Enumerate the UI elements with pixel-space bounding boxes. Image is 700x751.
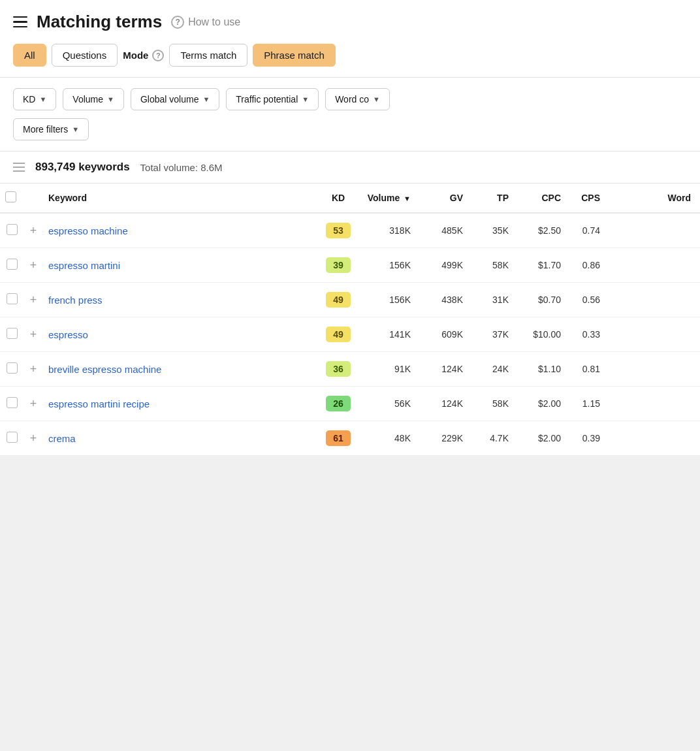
row-cps: 0.86 [570, 248, 609, 283]
filter-volume[interactable]: Volume ▼ [63, 88, 124, 110]
row-checkbox-cell [0, 248, 24, 283]
row-checkbox[interactable] [7, 328, 18, 339]
header-volume[interactable]: Volume ▼ [361, 184, 420, 213]
row-add-cell: + [24, 421, 43, 456]
row-tp: 24K [472, 352, 518, 387]
row-cps: 0.74 [570, 213, 609, 248]
keywords-count: 893,749 keywords [35, 161, 130, 174]
drag-handle-icon [13, 163, 25, 172]
table-row: + espresso 49 141K 609K 37K $10.00 0.33 [0, 317, 700, 352]
row-checkbox[interactable] [7, 397, 18, 408]
select-all-checkbox[interactable] [5, 191, 16, 202]
page-title: Matching terms [37, 12, 162, 32]
chevron-down-icon: ▼ [39, 95, 46, 103]
filter-word-co[interactable]: Word co ▼ [325, 88, 390, 110]
row-tp: 58K [472, 387, 518, 421]
filter-terms-match[interactable]: Terms match [169, 44, 247, 67]
add-keyword-icon[interactable]: + [30, 259, 37, 272]
header-word[interactable]: Word [609, 184, 700, 213]
add-keyword-icon[interactable]: + [30, 293, 37, 306]
row-kd: 49 [315, 317, 361, 352]
keyword-link[interactable]: breville espresso machine [48, 364, 161, 375]
row-word [609, 317, 700, 352]
keyword-link[interactable]: french press [48, 295, 103, 306]
row-kd: 53 [315, 213, 361, 248]
row-checkbox[interactable] [7, 293, 18, 304]
header-keyword[interactable]: Keyword [43, 184, 315, 213]
chevron-down-icon: ▼ [107, 95, 114, 103]
row-add-cell: + [24, 317, 43, 352]
keywords-table: Keyword KD Volume ▼ GV TP CPC CPS Word +… [0, 184, 700, 456]
row-word [609, 352, 700, 387]
header-tp[interactable]: TP [472, 184, 518, 213]
header-cps[interactable]: CPS [570, 184, 609, 213]
filter-traffic-potential[interactable]: Traffic potential ▼ [226, 88, 319, 110]
row-volume: 56K [361, 387, 420, 421]
keyword-link[interactable]: espresso martini [48, 260, 120, 271]
row-checkbox[interactable] [7, 259, 18, 270]
table-row: + crema 61 48K 229K 4.7K $2.00 0.39 [0, 421, 700, 456]
table-row: + french press 49 156K 438K 31K $0.70 0.… [0, 283, 700, 317]
keyword-link[interactable]: espresso [48, 329, 88, 340]
row-keyword: breville espresso machine [43, 352, 315, 387]
row-cpc: $2.00 [518, 387, 570, 421]
kd-badge: 53 [326, 223, 351, 238]
table-row: + espresso machine 53 318K 485K 35K $2.5… [0, 213, 700, 248]
row-keyword: crema [43, 421, 315, 456]
row-word [609, 421, 700, 456]
row-gv: 124K [420, 352, 472, 387]
filter-all[interactable]: All [13, 44, 46, 67]
filter-more[interactable]: More filters ▼ [13, 118, 89, 140]
row-volume: 318K [361, 213, 420, 248]
row-word [609, 248, 700, 283]
row-checkbox-cell [0, 283, 24, 317]
filter-phrase-match[interactable]: Phrase match [253, 44, 336, 67]
row-kd: 36 [315, 352, 361, 387]
filter-questions[interactable]: Questions [52, 44, 118, 67]
keyword-link[interactable]: crema [48, 433, 76, 444]
table-body: + espresso machine 53 318K 485K 35K $2.5… [0, 213, 700, 456]
mode-help-icon[interactable]: ? [152, 50, 164, 61]
table-row: + espresso martini recipe 26 56K 124K 58… [0, 387, 700, 421]
add-keyword-icon[interactable]: + [30, 432, 37, 445]
row-checkbox[interactable] [7, 362, 18, 374]
kd-badge: 49 [326, 292, 351, 308]
header-cpc[interactable]: CPC [518, 184, 570, 213]
row-checkbox-cell [0, 352, 24, 387]
row-kd: 26 [315, 387, 361, 421]
chevron-down-icon: ▼ [202, 95, 210, 103]
row-add-cell: + [24, 352, 43, 387]
header-add-cell [24, 184, 43, 213]
add-keyword-icon[interactable]: + [30, 328, 37, 341]
row-keyword: espresso martini [43, 248, 315, 283]
header-gv[interactable]: GV [420, 184, 472, 213]
row-cps: 0.39 [570, 421, 609, 456]
keyword-link[interactable]: espresso martini recipe [48, 398, 150, 409]
row-checkbox[interactable] [7, 432, 18, 443]
keywords-summary: 893,749 keywords Total volume: 8.6M [0, 152, 700, 184]
row-volume: 91K [361, 352, 420, 387]
row-keyword: espresso [43, 317, 315, 352]
row-add-cell: + [24, 283, 43, 317]
chevron-down-icon: ▼ [72, 125, 79, 133]
header-kd[interactable]: KD [315, 184, 361, 213]
kd-badge: 61 [326, 430, 351, 446]
row-checkbox-cell [0, 213, 24, 248]
kd-badge: 36 [326, 361, 351, 377]
row-word [609, 387, 700, 421]
add-keyword-icon[interactable]: + [30, 397, 37, 410]
row-cpc: $2.00 [518, 421, 570, 456]
filter-global-volume[interactable]: Global volume ▼ [131, 88, 219, 110]
row-tp: 58K [472, 248, 518, 283]
add-keyword-icon[interactable]: + [30, 362, 37, 376]
add-keyword-icon[interactable]: + [30, 224, 37, 237]
row-cpc: $1.70 [518, 248, 570, 283]
row-checkbox[interactable] [7, 224, 18, 235]
row-gv: 124K [420, 387, 472, 421]
row-volume: 156K [361, 283, 420, 317]
filter-kd[interactable]: KD ▼ [13, 88, 56, 110]
keyword-link[interactable]: espresso machine [48, 225, 128, 236]
hamburger-menu[interactable] [13, 16, 27, 28]
row-keyword: french press [43, 283, 315, 317]
how-to-use-link[interactable]: ? How to use [171, 16, 240, 29]
